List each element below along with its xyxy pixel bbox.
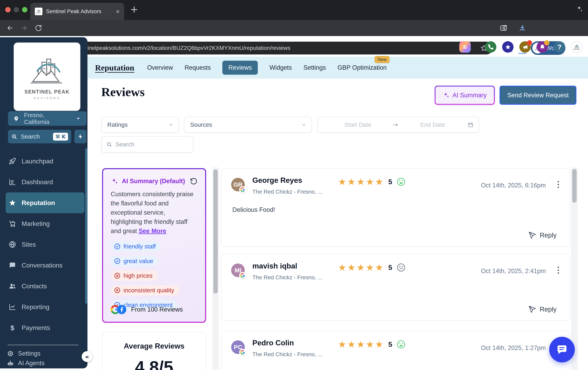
sidebar-item-label: Settings bbox=[18, 350, 41, 357]
reputation-tabs: Overview Requests Reviews Widgets Settin… bbox=[147, 61, 387, 75]
chat-widget-button[interactable] bbox=[549, 337, 575, 362]
new-tab-button[interactable]: + bbox=[130, 4, 138, 14]
phone-button[interactable] bbox=[485, 41, 496, 53]
downloads-icon[interactable] bbox=[518, 24, 526, 32]
sidebar-item-payments[interactable]: $ Payments bbox=[0, 317, 87, 338]
search-shortcut-badge: ⌘ K bbox=[53, 133, 68, 141]
x-circle-icon bbox=[114, 287, 121, 294]
tag-friendly-staff[interactable]: friendly staff bbox=[111, 241, 161, 252]
tab-widgets[interactable]: Widgets bbox=[269, 64, 292, 71]
window-fullscreen-button[interactable] bbox=[22, 7, 27, 12]
phone-icon bbox=[488, 44, 494, 50]
google-source-badge bbox=[239, 349, 246, 356]
refresh-icon[interactable] bbox=[190, 177, 198, 185]
review-search-field[interactable] bbox=[101, 136, 193, 153]
review-menu-icon[interactable] bbox=[557, 267, 559, 274]
ai-summary-button[interactable]: AI Summary bbox=[435, 86, 495, 105]
tab-settings[interactable]: Settings bbox=[304, 64, 326, 71]
sidebar-item-conversations[interactable]: Conversations bbox=[0, 255, 87, 276]
tag-high-prices[interactable]: high prices bbox=[111, 271, 158, 281]
chat-bubble-icon bbox=[556, 344, 567, 355]
window-minimize-button[interactable] bbox=[14, 7, 19, 12]
app-launcher-button[interactable] bbox=[459, 41, 471, 53]
ai-source-note: From 100 Reviews bbox=[131, 306, 183, 313]
tag-inconsistent-quality[interactable]: inconsistent quality bbox=[111, 285, 179, 296]
sidebar-search-button[interactable]: Search ⌘ K bbox=[8, 130, 71, 143]
ai-summary-button-label: AI Summary bbox=[452, 92, 487, 99]
sidebar-item-contacts[interactable]: Contacts bbox=[0, 276, 87, 296]
sidebar-footer: Settings AI Agents bbox=[0, 349, 87, 368]
review-search-input[interactable] bbox=[116, 141, 188, 148]
summary-column-scrollbar-thumb[interactable] bbox=[213, 169, 218, 294]
location-selector[interactable]: Fresno, California bbox=[8, 111, 86, 126]
page-title: Reviews bbox=[101, 85, 145, 99]
help-button[interactable]: ? bbox=[554, 41, 565, 53]
chat-icon bbox=[9, 262, 16, 269]
check-circle-icon bbox=[114, 258, 121, 264]
x-circle-icon bbox=[114, 272, 121, 279]
reply-button[interactable]: Reply bbox=[529, 232, 556, 239]
sidebar-item-reporting[interactable]: Reporting bbox=[0, 296, 87, 317]
url-bar[interactable]: app.sentinelpeaksolutions.com/v2/locatio… bbox=[50, 42, 493, 54]
review-menu-icon[interactable] bbox=[557, 181, 559, 188]
average-reviews-title: Average Reviews bbox=[103, 342, 206, 350]
url-text[interactable]: app.sentinelpeaksolutions.com/v2/locatio… bbox=[66, 45, 476, 51]
tab-gbp-optimization[interactable]: GBP Optimization New bbox=[337, 64, 387, 71]
sidebar-collapse-button[interactable]: « bbox=[82, 351, 93, 362]
sidebar-item-label: Reputation bbox=[22, 199, 55, 207]
sidebar-search-label: Search bbox=[21, 133, 49, 140]
search-icon bbox=[106, 141, 112, 147]
notifications-button[interactable] bbox=[536, 41, 548, 53]
review-card: PC Pedro Colin The Red Chickz - Fresno, … bbox=[221, 331, 570, 370]
ai-summary-card: AI Summary (Default) Customers consisten… bbox=[102, 168, 206, 323]
announcements-button[interactable] bbox=[519, 41, 531, 53]
tab-close-icon[interactable]: × bbox=[116, 8, 120, 15]
dashboard-icon bbox=[9, 178, 16, 186]
sidebar-item-settings[interactable]: Settings bbox=[0, 349, 87, 358]
ratings-filter[interactable]: Ratings bbox=[101, 117, 179, 133]
tag-great-value[interactable]: great value bbox=[111, 256, 158, 266]
tab-requests[interactable]: Requests bbox=[185, 64, 211, 71]
ratings-filter-label: Ratings bbox=[107, 121, 128, 128]
sidebar-item-sites[interactable]: Sites bbox=[0, 234, 87, 255]
map-pin-icon bbox=[13, 116, 19, 122]
caret-down-icon bbox=[76, 116, 81, 121]
review-date: Oct 14th, 2025, 1:27pm bbox=[481, 344, 546, 352]
reply-button[interactable]: Reply bbox=[529, 306, 556, 313]
sidebar-item-reputation[interactable]: Reputation bbox=[6, 192, 84, 213]
tab-overview[interactable]: Overview bbox=[147, 64, 173, 71]
star-icon bbox=[505, 44, 511, 50]
send-review-request-button[interactable]: Send Review Request bbox=[500, 86, 576, 105]
date-range-filter[interactable]: Start Date → End Date bbox=[317, 117, 479, 133]
window-close-button[interactable] bbox=[5, 7, 10, 12]
start-date-placeholder[interactable]: Start Date bbox=[323, 121, 393, 128]
tab-reviews[interactable]: Reviews bbox=[222, 61, 258, 75]
see-more-link[interactable]: See More bbox=[139, 227, 166, 234]
back-button[interactable] bbox=[6, 24, 14, 32]
sentiment-happy-icon bbox=[396, 177, 406, 187]
tag-label: friendly staff bbox=[124, 243, 156, 250]
forward-button[interactable] bbox=[21, 24, 28, 32]
sidebar-item-marketing[interactable]: Marketing bbox=[0, 213, 87, 234]
account-avatar[interactable] bbox=[571, 41, 582, 53]
chevron-down-icon bbox=[301, 122, 307, 127]
company-logo: SENTINEL PEAK ADVISORS bbox=[14, 43, 80, 111]
reviews-scrollbar-thumb[interactable] bbox=[572, 169, 577, 203]
sidebar-item-label: Contacts bbox=[22, 283, 47, 290]
sources-filter[interactable]: Sources bbox=[184, 117, 312, 133]
browser-sparkle-icon[interactable] bbox=[575, 4, 584, 13]
sidebar-item-dashboard[interactable]: Dashboard bbox=[0, 172, 87, 192]
review-business: The Red Chickz - Fresno, ... bbox=[252, 189, 322, 195]
logo-subtitle: ADVISORS bbox=[34, 96, 61, 100]
tab-search-icon[interactable] bbox=[500, 24, 508, 32]
sidebar-item-launchpad[interactable]: Launchpad bbox=[0, 151, 87, 172]
sidebar-item-ai-agents[interactable]: AI Agents bbox=[0, 358, 87, 368]
favorites-button[interactable] bbox=[502, 41, 514, 53]
sidebar-scrollbar-thumb[interactable] bbox=[85, 148, 87, 304]
quick-actions-button[interactable] bbox=[74, 130, 86, 143]
end-date-placeholder[interactable]: End Date bbox=[398, 121, 468, 128]
sidebar-item-label: Launchpad bbox=[22, 158, 53, 165]
browser-tab[interactable]: Sentinel Peak Advisors × bbox=[31, 3, 124, 20]
ai-summary-text: Customers consistently praise the flavor… bbox=[111, 190, 198, 236]
reload-button[interactable] bbox=[35, 24, 42, 32]
